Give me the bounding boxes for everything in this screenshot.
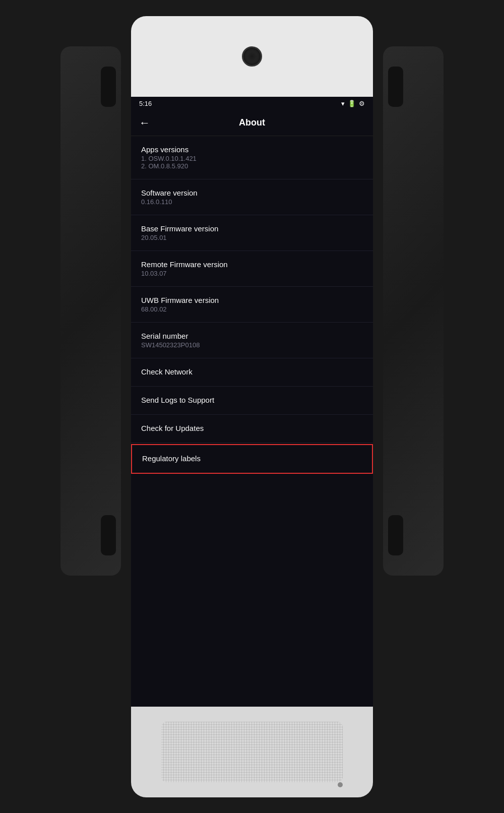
settings-icon: ⚙ (359, 100, 365, 107)
settings-item-check-network[interactable]: Check Network (131, 358, 373, 387)
item-label-apps-versions: Apps versions (141, 145, 363, 154)
item-value-software-version: 0.16.0.110 (141, 198, 363, 206)
settings-item-apps-versions: Apps versions1. OSW.0.10.1.4212. OM.0.8.… (131, 136, 373, 179)
item-label-base-firmware-version: Base Firmware version (141, 224, 363, 233)
speaker-dot (338, 782, 343, 787)
item-label-uwb-firmware-version: UWB Firmware version (141, 296, 363, 304)
settings-item-send-logs[interactable]: Send Logs to Support (131, 387, 373, 415)
settings-list: Apps versions1. OSW.0.10.1.4212. OM.0.8.… (131, 136, 373, 475)
item-value-remote-firmware-version: 10.03.07 (141, 270, 363, 277)
settings-item-base-firmware-version: Base Firmware version20.05.01 (131, 215, 373, 251)
device-outer: 5:16 ▾ 🔋 ⚙ ← About Apps versions1. OSW.0… (76, 16, 428, 797)
camera-lens (242, 46, 262, 67)
tablet-bottom (131, 707, 373, 797)
tablet-top (131, 16, 373, 97)
item-label-remote-firmware-version: Remote Firmware version (141, 260, 363, 269)
item-label-serial-number: Serial number (141, 332, 363, 340)
app-header: ← About (131, 110, 373, 136)
item-value-apps-versions: 1. OSW.0.10.1.4212. OM.0.8.5.920 (141, 155, 363, 170)
settings-item-remote-firmware-version: Remote Firmware version10.03.07 (131, 251, 373, 287)
settings-item-check-updates[interactable]: Check for Updates (131, 415, 373, 443)
settings-item-serial-number: Serial numberSW14502323P0108 (131, 323, 373, 358)
item-label-send-logs: Send Logs to Support (141, 396, 363, 404)
item-label-regulatory-labels: Regulatory labels (142, 454, 362, 463)
settings-item-software-version: Software version0.16.0.110 (131, 179, 373, 215)
back-button[interactable]: ← (139, 116, 150, 130)
status-bar: 5:16 ▾ 🔋 ⚙ (131, 97, 373, 110)
tablet-body: 5:16 ▾ 🔋 ⚙ ← About Apps versions1. OSW.0… (111, 16, 393, 797)
screen-frame: 5:16 ▾ 🔋 ⚙ ← About Apps versions1. OSW.0… (131, 97, 373, 707)
item-value-uwb-firmware-version: 68.00.02 (141, 305, 363, 313)
wifi-icon: ▾ (341, 100, 345, 107)
item-label-check-network: Check Network (141, 367, 363, 376)
item-value-serial-number: SW14502323P0108 (141, 341, 363, 349)
speaker-grille (161, 722, 343, 782)
item-label-check-updates: Check for Updates (141, 424, 363, 432)
item-label-software-version: Software version (141, 189, 363, 197)
settings-item-regulatory-labels[interactable]: Regulatory labels (131, 444, 373, 474)
settings-item-uwb-firmware-version: UWB Firmware version68.00.02 (131, 287, 373, 323)
battery-icon: 🔋 (348, 100, 356, 107)
status-time: 5:16 (139, 100, 152, 107)
page-title: About (158, 117, 346, 128)
item-value-base-firmware-version: 20.05.01 (141, 234, 363, 241)
status-icons: ▾ 🔋 ⚙ (341, 100, 365, 107)
